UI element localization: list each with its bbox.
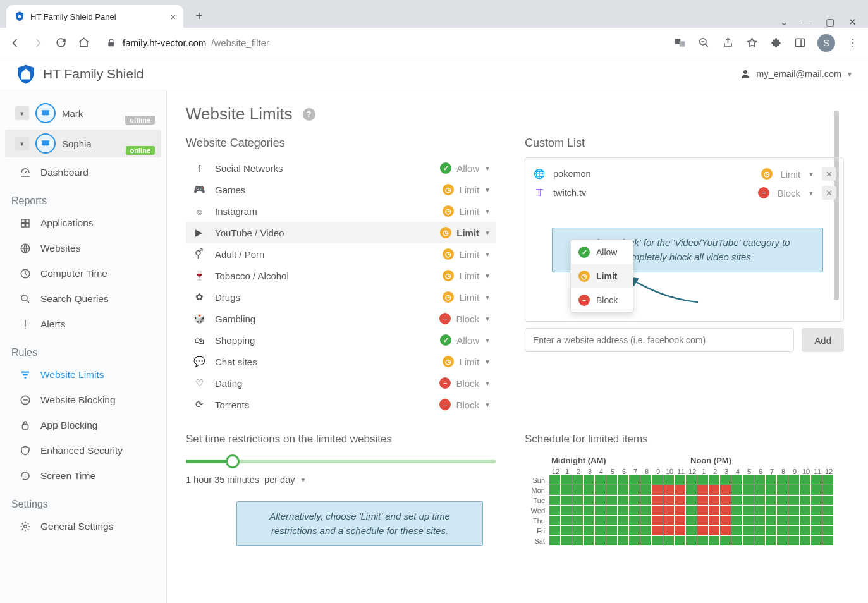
back-icon[interactable]	[9, 37, 21, 49]
schedule-cell[interactable]	[697, 516, 708, 525]
schedule-cell[interactable]	[640, 506, 651, 515]
schedule-cell[interactable]	[788, 506, 799, 515]
schedule-cell[interactable]	[709, 506, 719, 515]
schedule-cell[interactable]	[811, 485, 822, 495]
category-row[interactable]: ⚥ Adult / Porn ◷ Limit ▼	[186, 243, 496, 265]
remove-button[interactable]: ✕	[822, 167, 836, 181]
schedule-cell[interactable]	[572, 516, 583, 525]
schedule-cell[interactable]	[777, 536, 788, 545]
schedule-cell[interactable]	[800, 496, 810, 505]
schedule-cell[interactable]	[720, 516, 731, 525]
schedule-cell[interactable]	[754, 506, 765, 515]
schedule-cell[interactable]	[640, 516, 651, 525]
nav-general-settings[interactable]: General Settings	[0, 514, 166, 539]
nav-enhanced-security[interactable]: Enhanced Security	[0, 438, 166, 463]
schedule-cell[interactable]	[743, 526, 754, 535]
expand-icon[interactable]: ▾	[15, 137, 29, 150]
caret-down-icon[interactable]: ▼	[808, 171, 814, 178]
schedule-cell[interactable]	[675, 485, 685, 495]
schedule-cell[interactable]	[743, 506, 754, 515]
profile-row-mark[interactable]: ▾ Mark offline	[5, 99, 161, 127]
schedule-cell[interactable]	[754, 536, 765, 545]
category-action[interactable]: ◷ Limit ▼	[421, 184, 491, 195]
schedule-cell[interactable]	[800, 526, 810, 535]
schedule-cell[interactable]	[766, 485, 776, 495]
schedule-cell[interactable]	[675, 496, 685, 505]
kebab-icon[interactable]: ⋮	[847, 37, 859, 49]
schedule-cell[interactable]	[720, 526, 731, 535]
schedule-cell[interactable]	[675, 536, 685, 545]
nav-app-blocking[interactable]: App Blocking	[0, 413, 166, 438]
category-action[interactable]: ◷ Limit ▼	[421, 227, 491, 238]
schedule-cell[interactable]	[731, 485, 742, 495]
schedule-cell[interactable]	[709, 526, 719, 535]
schedule-cell[interactable]	[606, 516, 617, 525]
translate-icon[interactable]	[673, 37, 686, 49]
category-row[interactable]: ⟳ Torrents – Block ▼	[186, 394, 496, 415]
schedule-cell[interactable]	[640, 536, 651, 545]
category-row[interactable]: ⌾ Instagram ◷ Limit ▼	[186, 200, 496, 222]
schedule-cell[interactable]	[731, 496, 742, 505]
schedule-cell[interactable]	[584, 485, 594, 495]
schedule-cell[interactable]	[777, 516, 788, 525]
schedule-cell[interactable]	[686, 506, 697, 515]
category-row[interactable]: ✿ Drugs ◷ Limit ▼	[186, 286, 496, 308]
schedule-cell[interactable]	[788, 526, 799, 535]
schedule-cell[interactable]	[800, 506, 810, 515]
schedule-cell[interactable]	[652, 475, 663, 485]
schedule-cell[interactable]	[822, 496, 833, 505]
category-row[interactable]: ♡ Dating – Block ▼	[186, 372, 496, 394]
schedule-cell[interactable]	[584, 526, 594, 535]
schedule-cell[interactable]	[663, 526, 674, 535]
nav-search-queries[interactable]: Search Queries	[0, 286, 166, 312]
schedule-cell[interactable]	[766, 506, 776, 515]
schedule-cell[interactable]	[822, 485, 833, 495]
schedule-cell[interactable]	[800, 516, 810, 525]
account-menu[interactable]: my_email@mail.com ▼	[740, 68, 853, 80]
schedule-cell[interactable]	[629, 485, 640, 495]
reload-icon[interactable]	[54, 37, 67, 49]
schedule-cell[interactable]	[709, 475, 719, 485]
zoom-icon[interactable]	[697, 37, 710, 49]
schedule-cell[interactable]	[720, 496, 731, 505]
schedule-cell[interactable]	[800, 475, 810, 485]
schedule-cell[interactable]	[811, 516, 822, 525]
schedule-cell[interactable]	[811, 526, 822, 535]
schedule-cell[interactable]	[697, 526, 708, 535]
caret-down-icon[interactable]: ▼	[808, 190, 814, 197]
schedule-cell[interactable]	[584, 506, 594, 515]
schedule-cell[interactable]	[686, 485, 697, 495]
category-row[interactable]: 🍷 Tobacco / Alcohol ◷ Limit ▼	[186, 265, 496, 286]
schedule-cell[interactable]	[731, 536, 742, 545]
dropdown-limit[interactable]: ◷Limit	[571, 264, 633, 288]
schedule-cell[interactable]	[811, 536, 822, 545]
schedule-cell[interactable]	[743, 516, 754, 525]
schedule-cell[interactable]	[572, 485, 583, 495]
schedule-cell[interactable]	[766, 475, 776, 485]
schedule-cell[interactable]	[584, 475, 594, 485]
browser-tab[interactable]: HT Family Shield Panel ×	[6, 5, 183, 28]
schedule-cell[interactable]	[618, 516, 628, 525]
category-row[interactable]: ▶ YouTube / Video ◷ Limit ▼	[186, 222, 496, 243]
schedule-cell[interactable]	[709, 485, 719, 495]
sidepanel-icon[interactable]	[793, 37, 806, 49]
schedule-cell[interactable]	[652, 526, 663, 535]
chevron-down-icon[interactable]: ⌄	[780, 16, 788, 28]
schedule-cell[interactable]	[606, 526, 617, 535]
schedule-cell[interactable]	[788, 496, 799, 505]
tab-close-icon[interactable]: ×	[170, 11, 176, 22]
schedule-grid[interactable]: SunMonTueWedThuFriSat	[525, 475, 849, 545]
schedule-cell[interactable]	[652, 485, 663, 495]
schedule-cell[interactable]	[686, 516, 697, 525]
nav-applications[interactable]: Applications	[0, 210, 166, 236]
schedule-cell[interactable]	[720, 506, 731, 515]
schedule-cell[interactable]	[618, 506, 628, 515]
schedule-cell[interactable]	[675, 516, 685, 525]
add-site-input[interactable]	[525, 328, 794, 352]
schedule-cell[interactable]	[618, 496, 628, 505]
schedule-cell[interactable]	[572, 506, 583, 515]
schedule-cell[interactable]	[561, 506, 572, 515]
schedule-cell[interactable]	[720, 475, 731, 485]
schedule-cell[interactable]	[663, 506, 674, 515]
schedule-cell[interactable]	[731, 506, 742, 515]
